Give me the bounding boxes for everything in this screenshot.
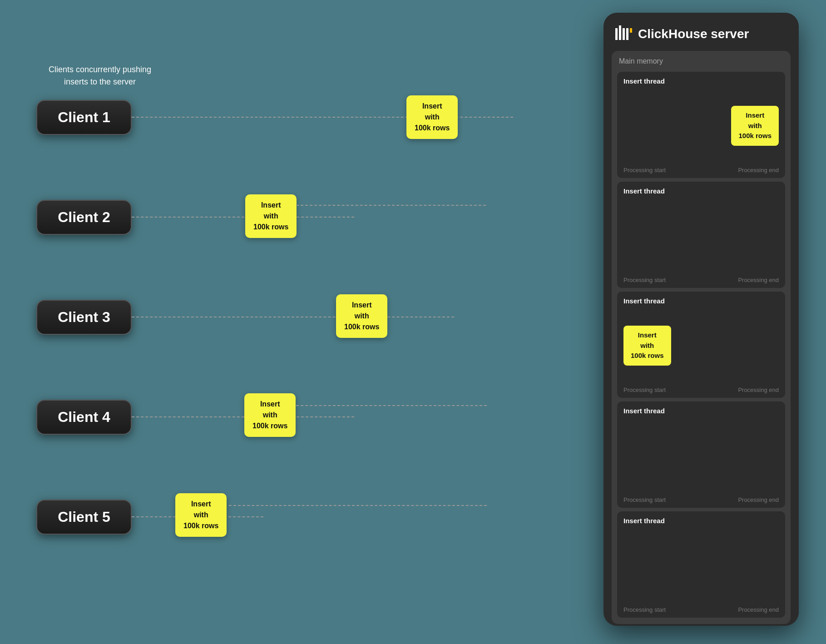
server-header: ClickHouse server — [612, 25, 791, 43]
client-3-dashed-line — [132, 317, 454, 318]
thread-section-3: Insert thread Insert with 100k rows Proc… — [617, 292, 785, 398]
thread-section-4: Insert thread Processing start Processin… — [617, 401, 785, 508]
thread-3-insert-badge: Insert with 100k rows — [623, 326, 671, 366]
thread-2-content — [623, 198, 779, 273]
client-2-box: Client 2 — [36, 200, 132, 235]
thread-5-processing-start: Processing start — [623, 606, 666, 613]
client-1-insert-bubble: Insert with 100k rows — [406, 95, 458, 139]
svg-rect-3 — [626, 28, 628, 40]
thread-section-5: Insert thread Processing start Processin… — [617, 511, 785, 618]
client-1-label: Client 1 — [58, 109, 110, 125]
client-3-row: Client 3 — [36, 300, 454, 335]
thread-2-label: Insert thread — [623, 187, 779, 195]
main-memory-label: Main memory — [617, 57, 785, 65]
client-3-label: Client 3 — [58, 309, 110, 325]
thread-3-footer: Processing start Processing end — [623, 386, 779, 393]
thread-4-processing-end: Processing end — [738, 496, 779, 503]
client-5-label: Client 5 — [58, 509, 110, 525]
svg-rect-2 — [623, 28, 625, 40]
client-4-box: Client 4 — [36, 400, 132, 435]
client-3-insert-bubble: Insert with 100k rows — [336, 294, 387, 338]
server-title: ClickHouse server — [638, 27, 749, 41]
thread-3-content: Insert with 100k rows — [623, 308, 779, 383]
thread-4-content — [623, 418, 779, 493]
client-5-box: Client 5 — [36, 500, 132, 535]
client-5-line-ext — [229, 505, 487, 506]
main-memory-container: Main memory Insert thread Insert with 10… — [612, 51, 791, 624]
client-2-line-ext — [296, 205, 486, 206]
server-panel: ClickHouse server Main memory Insert thr… — [603, 13, 799, 626]
thread-1-processing-start: Processing start — [623, 167, 666, 173]
client-4-dashed-line — [132, 416, 354, 418]
thread-4-processing-start: Processing start — [623, 496, 666, 503]
client-2-insert-bubble: Insert with 100k rows — [245, 194, 297, 238]
thread-2-processing-start: Processing start — [623, 277, 666, 283]
thread-section-1: Insert thread Insert with 100k rows Proc… — [617, 72, 785, 178]
client-3-box: Client 3 — [36, 300, 132, 335]
thread-4-label: Insert thread — [623, 407, 779, 415]
svg-rect-1 — [619, 25, 621, 40]
client-2-label: Client 2 — [58, 209, 110, 225]
clients-description: Clients concurrently pushing inserts to … — [41, 64, 159, 88]
thread-3-processing-start: Processing start — [623, 386, 666, 393]
thread-section-2: Insert thread Processing start Processin… — [617, 182, 785, 288]
client-5-insert-bubble: Insert with 100k rows — [175, 493, 227, 537]
clickhouse-bars-svg — [615, 25, 633, 43]
thread-4-footer: Processing start Processing end — [623, 496, 779, 503]
thread-1-footer: Processing start Processing end — [623, 167, 779, 173]
svg-rect-4 — [630, 28, 632, 33]
thread-5-label: Insert thread — [623, 517, 779, 525]
client-1-box: Client 1 — [36, 100, 132, 135]
client-2-dashed-line — [132, 217, 354, 218]
main-container: Clients concurrently pushing inserts to … — [0, 0, 826, 644]
thread-3-processing-end: Processing end — [738, 386, 779, 393]
thread-1-processing-end: Processing end — [738, 167, 779, 173]
thread-1-label: Insert thread — [623, 77, 779, 85]
thread-2-processing-end: Processing end — [738, 277, 779, 283]
client-4-line-ext — [296, 405, 487, 406]
svg-rect-0 — [615, 28, 618, 40]
thread-3-label: Insert thread — [623, 297, 779, 305]
thread-1-content: Insert with 100k rows — [623, 89, 779, 163]
thread-5-content — [623, 528, 779, 603]
client-4-insert-bubble: Insert with 100k rows — [244, 393, 296, 437]
thread-2-footer: Processing start Processing end — [623, 277, 779, 283]
thread-1-insert-badge: Insert with 100k rows — [731, 106, 779, 146]
thread-5-footer: Processing start Processing end — [623, 606, 779, 613]
thread-5-processing-end: Processing end — [738, 606, 779, 613]
clickhouse-logo-icon — [615, 25, 633, 43]
client-4-label: Client 4 — [58, 409, 110, 425]
